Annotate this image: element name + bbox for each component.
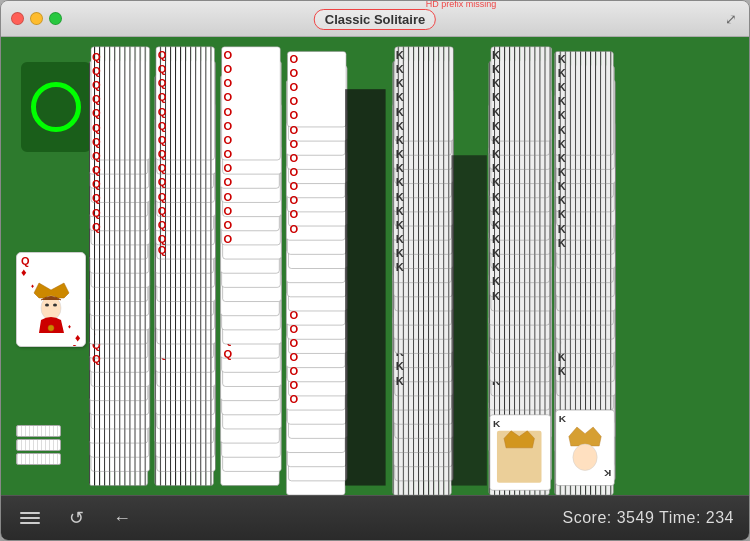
title-bar: HD prefix missing Classic Solitaire ⤢ — [1, 1, 749, 37]
column-2: Q Q Q Q Q Q Q — [155, 47, 216, 486]
svg-text:K: K — [396, 248, 404, 260]
svg-text:K: K — [492, 191, 500, 203]
svg-text:K: K — [396, 163, 404, 175]
game-window: HD prefix missing Classic Solitaire ⤢ Q♦ — [0, 0, 750, 541]
svg-text:K: K — [492, 148, 500, 160]
svg-text:O: O — [224, 49, 233, 61]
title-area: HD prefix missing Classic Solitaire — [314, 10, 436, 28]
svg-text:K: K — [396, 191, 404, 203]
svg-text:Q: Q — [92, 94, 101, 106]
svg-text:Q: Q — [92, 122, 101, 134]
minimize-button[interactable] — [30, 12, 43, 25]
svg-text:K: K — [492, 49, 500, 61]
svg-text:K: K — [396, 262, 404, 274]
svg-text:O: O — [289, 152, 298, 164]
svg-text:K: K — [558, 181, 566, 193]
svg-text:K: K — [558, 96, 566, 108]
svg-text:Q: Q — [158, 92, 167, 104]
svg-text:O: O — [289, 323, 298, 335]
svg-text:O: O — [289, 67, 298, 79]
svg-text:K: K — [396, 219, 404, 231]
traffic-lights — [11, 12, 62, 25]
svg-text:K: K — [558, 223, 566, 235]
svg-text:Q: Q — [158, 205, 167, 217]
score-display: Score: 3549 Time: 234 — [563, 509, 734, 527]
svg-text:Q: Q — [224, 349, 233, 361]
svg-text:Q: Q — [158, 233, 167, 245]
svg-point-3 — [53, 304, 57, 307]
column-5: K K K K K K K K — [393, 47, 454, 495]
card-face: ♦ ♦ — [21, 278, 81, 333]
svg-text:K: K — [558, 237, 566, 249]
svg-text:K: K — [396, 233, 404, 245]
svg-text:K: K — [492, 248, 500, 260]
svg-text:O: O — [224, 163, 233, 175]
svg-text:Q: Q — [158, 245, 167, 257]
game-area[interactable]: Q♦ ♦ ♦ — [1, 37, 749, 495]
svg-text:K: K — [396, 92, 404, 104]
hamburger-line-2 — [20, 517, 40, 519]
svg-point-2 — [45, 304, 49, 307]
svg-text:K: K — [492, 64, 500, 76]
svg-text:Q: Q — [158, 163, 167, 175]
svg-text:Q: Q — [92, 150, 101, 162]
svg-text:O: O — [289, 166, 298, 178]
maximize-button[interactable] — [49, 12, 62, 25]
svg-text:Q: Q — [92, 136, 101, 148]
mini-card-1 — [16, 425, 61, 437]
svg-text:K: K — [492, 205, 500, 217]
stock-circle-icon — [31, 82, 81, 132]
svg-text:Q: Q — [158, 64, 167, 76]
svg-text:Q: Q — [92, 80, 101, 92]
svg-text:K: K — [558, 366, 566, 378]
svg-text:O: O — [289, 209, 298, 221]
svg-text:O: O — [289, 223, 298, 235]
svg-text:O: O — [289, 96, 298, 108]
svg-text:K: K — [493, 418, 500, 429]
left-card-stack — [16, 425, 61, 465]
menu-button[interactable] — [16, 504, 44, 532]
svg-text:Q: Q — [158, 219, 167, 231]
svg-text:K: K — [558, 152, 566, 164]
svg-rect-250 — [451, 155, 486, 485]
svg-text:O: O — [224, 120, 233, 132]
mini-card-2 — [16, 439, 61, 451]
svg-text:K: K — [558, 124, 566, 136]
column-3: Q Q Q Q Q Q Q Q — [221, 47, 282, 486]
svg-text:K: K — [396, 106, 404, 118]
svg-text:O: O — [224, 106, 233, 118]
svg-text:K: K — [396, 120, 404, 132]
svg-text:O: O — [289, 394, 298, 406]
svg-text:O: O — [224, 233, 233, 245]
svg-text:K: K — [492, 163, 500, 175]
svg-text:K: K — [558, 110, 566, 122]
svg-text:O: O — [224, 64, 233, 76]
svg-text:Q: Q — [92, 51, 101, 63]
refresh-button[interactable]: ↺ — [62, 504, 90, 532]
column-4: O O O O O O O O O O O — [286, 51, 347, 495]
queen-of-diamonds-card[interactable]: Q♦ ♦ ♦ — [16, 252, 86, 347]
stock-pile[interactable] — [21, 62, 91, 152]
column-6: K K K K K K — [489, 47, 552, 495]
svg-text:O: O — [224, 148, 233, 160]
back-button[interactable]: ← — [108, 504, 136, 532]
svg-text:O: O — [224, 177, 233, 189]
svg-text:K: K — [396, 148, 404, 160]
svg-text:K: K — [396, 78, 404, 90]
svg-point-6 — [48, 325, 54, 331]
zoom-icon[interactable]: ⤢ — [723, 11, 739, 27]
card-tableau[interactable]: Q Q Q Q Q Q Q Q — [89, 42, 747, 495]
svg-text:K: K — [396, 177, 404, 189]
svg-text:K: K — [492, 92, 500, 104]
svg-text:K: K — [604, 469, 611, 480]
svg-text:K: K — [492, 276, 500, 288]
svg-text:O: O — [289, 337, 298, 349]
svg-text:K: K — [396, 134, 404, 146]
svg-text:Q: Q — [158, 120, 167, 132]
hd-warning-text: HD prefix missing — [426, 0, 497, 9]
svg-text:K: K — [396, 205, 404, 217]
svg-text:Q: Q — [92, 179, 101, 191]
svg-text:O: O — [224, 134, 233, 146]
card-rank-top: Q♦ — [21, 256, 30, 278]
close-button[interactable] — [11, 12, 24, 25]
